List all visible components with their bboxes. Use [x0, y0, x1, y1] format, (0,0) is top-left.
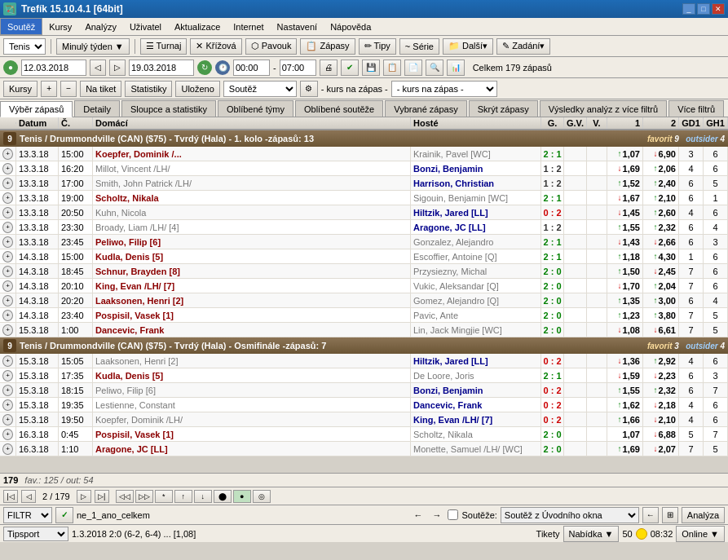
nav-last[interactable]: ▷|	[95, 490, 109, 503]
online-btn[interactable]: Online ▼	[676, 526, 725, 542]
nav-green-btn[interactable]: ●	[233, 490, 251, 503]
soutez-select2[interactable]: Soutěž	[223, 81, 297, 97]
row-expand[interactable]: +	[0, 249, 16, 263]
tab-vice-filtru[interactable]: Více filtrů	[668, 100, 724, 117]
tab-oblibene-tymy[interactable]: Oblíbené týmy	[218, 100, 293, 117]
menu-kursy[interactable]: Kursy	[42, 18, 78, 35]
nav-btn6[interactable]: ⬤	[214, 490, 232, 503]
row-expand[interactable]: +	[0, 398, 16, 412]
paste-btn[interactable]: 📄	[404, 60, 422, 76]
expand-circle[interactable]: +	[2, 280, 13, 292]
tab-detaily[interactable]: Detaily	[74, 100, 120, 117]
tab-skryt[interactable]: Skrýt zápasy	[469, 100, 538, 117]
nav-btn7[interactable]: ◎	[253, 490, 271, 503]
plus-btn[interactable]: +	[41, 81, 57, 97]
table-row[interactable]: + 15.3.18 17:35 Kudla, Denis [5] De Loor…	[0, 368, 728, 383]
clock-icon[interactable]: 🕐	[215, 60, 230, 75]
menu-soutez[interactable]: Soutěž	[0, 18, 42, 35]
statistiky-btn[interactable]: Statistiky	[125, 81, 172, 97]
search-btn[interactable]: 🔍	[426, 60, 443, 76]
expand-circle[interactable]: +	[2, 370, 13, 381]
table-row[interactable]: + 14.3.18 23:40 Pospisil, Vasek [1] Pavi…	[0, 308, 728, 323]
row-expand[interactable]: +	[0, 323, 16, 337]
nav-first[interactable]: |◁	[3, 490, 18, 503]
row-expand[interactable]: +	[0, 235, 16, 249]
row-expand[interactable]: +	[0, 161, 16, 175]
kurs-select[interactable]: - kurs na zápas -	[391, 81, 497, 97]
row-expand[interactable]: +	[0, 220, 16, 234]
row-expand[interactable]: +	[0, 147, 16, 161]
row-expand[interactable]: +	[0, 293, 16, 307]
soutez-icon-btn[interactable]: ⚙	[300, 81, 318, 97]
table-row[interactable]: + 15.3.18 15:05 Laaksonen, Henri [2] Hil…	[0, 354, 728, 368]
row-expand[interactable]: +	[0, 354, 16, 368]
table-scroll[interactable]: 9 Tenis / Drummondville (CAN) ($75) - Tv…	[0, 130, 728, 473]
date-to-input[interactable]	[129, 60, 194, 76]
nav-next[interactable]: ▷	[77, 490, 91, 503]
date-prev-btn[interactable]: ◁	[90, 60, 106, 76]
date-next-btn[interactable]: ▷	[109, 60, 126, 76]
expand-circle[interactable]: +	[2, 236, 13, 248]
serie-btn[interactable]: ~ Série	[399, 38, 439, 55]
table-row[interactable]: + 16.3.18 0:45 Pospisil, Vasek [1] Schol…	[0, 427, 728, 442]
chart-btn[interactable]: 📊	[447, 60, 465, 76]
time-from-input[interactable]	[233, 60, 270, 76]
expand-circle[interactable]: +	[2, 324, 13, 336]
copy-btn[interactable]: 📋	[383, 60, 401, 76]
table-row[interactable]: + 13.3.18 16:20 Millot, Vincent /LH/ Bon…	[0, 161, 728, 176]
table-row[interactable]: + 15.3.18 1:00 Dancevic, Frank Lin, Jack…	[0, 323, 728, 337]
row-expand[interactable]: +	[0, 205, 16, 219]
dalsi-btn[interactable]: 📁 Další▾	[443, 38, 493, 55]
expand-circle[interactable]: +	[2, 222, 13, 233]
expand-circle[interactable]: +	[2, 207, 13, 218]
table-row[interactable]: + 15.3.18 19:35 Lestienne, Constant Danc…	[0, 398, 728, 412]
table-row[interactable]: + 13.3.18 19:00 Scholtz, Nikala Sigouin,…	[0, 191, 728, 205]
row-expand[interactable]: +	[0, 383, 16, 397]
menu-napoveda[interactable]: Nápověda	[324, 18, 377, 35]
expand-circle[interactable]: +	[2, 310, 13, 321]
minus-btn[interactable]: −	[60, 81, 77, 97]
ulozeno-btn[interactable]: Uloženo	[175, 81, 219, 97]
table-row[interactable]: + 14.3.18 15:00 Kudla, Denis [5] Escoffi…	[0, 249, 728, 264]
menu-analyzy[interactable]: Analýzy	[78, 18, 123, 35]
filter-check-btn[interactable]: ✓	[55, 507, 73, 523]
table-row[interactable]: + 15.3.18 18:15 Peliwo, Filip [6] Bonzi,…	[0, 383, 728, 398]
close-button[interactable]: ✕	[712, 3, 725, 15]
expand-circle[interactable]: +	[2, 163, 13, 174]
table-row[interactable]: + 13.3.18 15:00 Koepfer, Dominik /... Kr…	[0, 147, 728, 161]
analyze-btn[interactable]: Analýza	[682, 507, 725, 523]
row-expand[interactable]: +	[0, 368, 16, 382]
row-expand[interactable]: +	[0, 427, 16, 441]
table-row[interactable]: + 14.3.18 20:10 King, Evan /LH/ [7] Vuki…	[0, 279, 728, 293]
tab-vybrané-zapasy[interactable]: Vybrané zápasy	[385, 100, 466, 117]
pavouk-btn[interactable]: ⬡ Pavouk	[245, 38, 298, 55]
save-btn[interactable]: 💾	[362, 60, 380, 76]
menu-aktualizace[interactable]: Aktualizace	[168, 18, 227, 35]
table-row[interactable]: + 13.3.18 17:00 Smith, John Patrick /LH/…	[0, 176, 728, 191]
row-expand[interactable]: +	[0, 191, 16, 205]
filter-select[interactable]: FILTR	[3, 507, 52, 523]
date-from-input[interactable]	[21, 60, 86, 76]
tab-vysledky[interactable]: Výsledky analýz z více filtrů	[540, 100, 668, 117]
krizova-btn[interactable]: ✕ Křížová	[190, 38, 241, 55]
sport-select[interactable]: Tenis	[3, 38, 46, 55]
table-row[interactable]: + 13.3.18 23:45 Peliwo, Filip [6] Gonzal…	[0, 235, 728, 249]
soutez-grid-btn[interactable]: ⊞	[662, 507, 678, 523]
expand-circle[interactable]: +	[2, 414, 13, 426]
nabidka-btn[interactable]: Nabídka ▼	[563, 526, 620, 542]
menu-uzivatel[interactable]: Uživatel	[123, 18, 168, 35]
time-to-input[interactable]	[280, 60, 316, 76]
nav-prev[interactable]: ◁	[21, 490, 36, 503]
na-tiket-btn[interactable]: Na tiket	[80, 81, 121, 97]
table-row[interactable]: + 15.3.18 19:50 Koepfer, Dominik /LH/ Ki…	[0, 412, 728, 427]
table-row[interactable]: + 14.3.18 18:45 Schnur, Brayden [8] Przy…	[0, 264, 728, 279]
turnaj-btn[interactable]: ☰ Turnaj	[140, 38, 188, 55]
table-row[interactable]: + 14.3.18 20:20 Laaksonen, Henri [2] Gom…	[0, 293, 728, 308]
menu-nastaveni[interactable]: Nastavení	[271, 18, 324, 35]
check-green[interactable]: ✔	[341, 60, 359, 76]
souteze-checkbox[interactable]	[448, 509, 458, 520]
minimize-button[interactable]: _	[682, 3, 695, 15]
nav-btn5[interactable]: ↓	[194, 490, 212, 503]
expand-circle[interactable]: +	[2, 429, 13, 440]
soutez-main-select[interactable]: Soutěž z Úvodního okna	[501, 507, 639, 523]
